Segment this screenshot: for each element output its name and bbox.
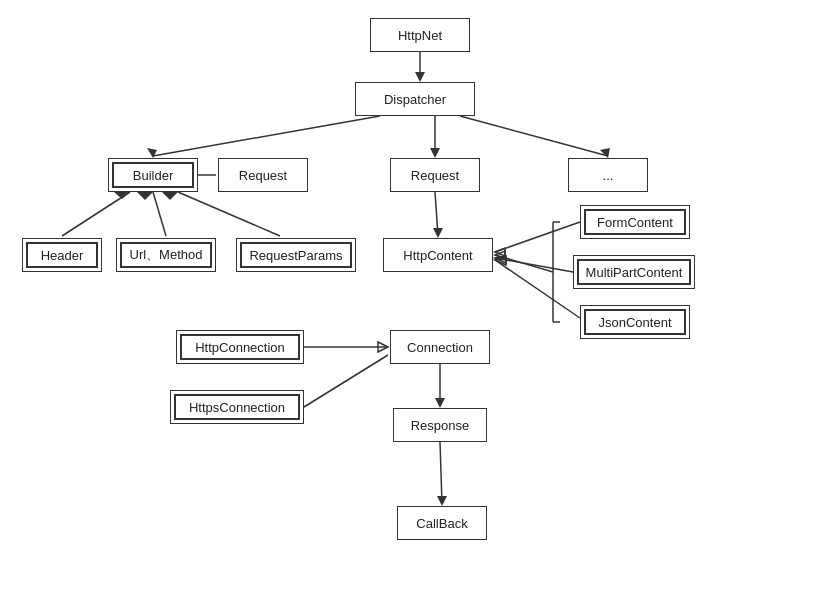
svg-line-6	[460, 116, 608, 156]
node-urlmethod: Url、Method	[116, 238, 216, 272]
node-formcontent: FormContent	[580, 205, 690, 239]
svg-marker-1	[415, 72, 425, 82]
svg-marker-30	[437, 496, 447, 506]
svg-line-16	[435, 192, 438, 236]
svg-marker-35	[495, 251, 505, 259]
svg-marker-3	[147, 148, 157, 158]
svg-marker-5	[430, 148, 440, 158]
svg-line-26	[304, 355, 388, 407]
node-httpsconnection: HttpsConnection	[170, 390, 304, 424]
node-httpcontent: HttpContent	[383, 238, 493, 272]
node-connection: Connection	[390, 330, 490, 364]
node-httpconnection: HttpConnection	[176, 330, 304, 364]
node-response: Response	[393, 408, 487, 442]
node-ellipsis: ...	[568, 158, 648, 192]
svg-line-18	[495, 222, 580, 252]
node-httpnet: HttpNet	[370, 18, 470, 52]
node-requestleft: Request	[218, 158, 308, 192]
node-dispatcher: Dispatcher	[355, 82, 475, 116]
svg-marker-7	[600, 148, 610, 158]
node-header: Header	[22, 238, 102, 272]
node-jsoncontent: JsonContent	[580, 305, 690, 339]
svg-marker-28	[435, 398, 445, 408]
svg-line-14	[178, 192, 280, 236]
svg-line-22	[495, 260, 580, 318]
architecture-diagram: HttpNetDispatcherBuilderRequestRequest..…	[0, 0, 839, 589]
node-callback: CallBack	[397, 506, 487, 540]
svg-marker-19	[495, 248, 505, 256]
node-builder: Builder	[108, 158, 198, 192]
svg-marker-17	[433, 228, 443, 238]
node-requestright: Request	[390, 158, 480, 192]
node-requestparams: RequestParams	[236, 238, 356, 272]
svg-line-10	[62, 192, 130, 236]
svg-line-2	[153, 116, 380, 156]
svg-marker-25	[378, 342, 388, 352]
svg-marker-23	[495, 258, 506, 265]
svg-line-12	[153, 192, 166, 236]
svg-line-34	[495, 255, 553, 272]
svg-marker-21	[495, 256, 506, 263]
node-multipartcontent: MultiPartContent	[573, 255, 695, 289]
svg-line-29	[440, 442, 442, 504]
svg-line-20	[495, 258, 573, 272]
